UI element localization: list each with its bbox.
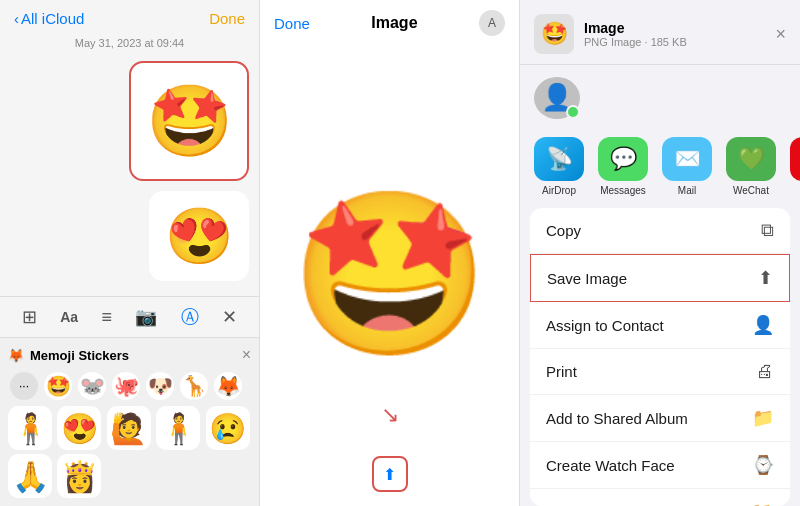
- sticker-item-6[interactable]: 🙏: [8, 454, 52, 498]
- sticker-more-button[interactable]: ···: [10, 372, 38, 400]
- sticker-header: 🦊 Memoji Stickers ×: [8, 346, 251, 364]
- close-toolbar-icon[interactable]: ✕: [222, 306, 237, 328]
- share-filesize: PNG Image · 185 KB: [584, 36, 765, 48]
- share-circle-button[interactable]: A: [479, 10, 505, 36]
- chat-messages-area: 🤩 😍: [0, 53, 259, 296]
- watch-face-action[interactable]: Create Watch Face ⌚: [530, 442, 790, 489]
- shared-album-action[interactable]: Add to Shared Album 📁: [530, 395, 790, 442]
- sticker-item-5[interactable]: 😢: [206, 406, 250, 450]
- messages-app[interactable]: 💬 Messages: [598, 137, 648, 196]
- mail-icon: ✉️: [662, 137, 712, 181]
- airdrop-icon: 📡: [534, 137, 584, 181]
- sticker-panel: 🦊 Memoji Stickers × ··· 🤩 🐭 🐙 🐶 🦒 🦊 🧍 😍 …: [0, 337, 259, 506]
- sticker-emoji-icon: 🦊: [8, 348, 24, 363]
- message-toolbar: ⊞ Aa ≡ 📷 Ⓐ ✕: [0, 296, 259, 337]
- sticker-item-7[interactable]: 👸: [57, 454, 101, 498]
- contact-avatar: 👤: [534, 77, 580, 119]
- sticker-item-4[interactable]: 🧍: [156, 406, 200, 450]
- assign-contact-action[interactable]: Assign to Contact 👤: [530, 302, 790, 349]
- print-icon: 🖨: [756, 361, 774, 382]
- sticker-cat-5[interactable]: 🦒: [180, 372, 208, 400]
- airdrop-symbol: 📡: [546, 146, 573, 172]
- image-done-button[interactable]: Done: [274, 15, 310, 32]
- wechat-label: WeChat: [733, 185, 769, 196]
- circle-a-icon[interactable]: Ⓐ: [181, 305, 199, 329]
- copy-label: Copy: [546, 222, 581, 239]
- file-thumb-icon: 🤩: [541, 21, 568, 47]
- print-label: Print: [546, 363, 577, 380]
- airdrop-app[interactable]: 📡 AirDrop: [534, 137, 584, 196]
- image-viewer-panel: Done Image A 🤩 ↘ ⬆: [260, 0, 520, 506]
- wechat-symbol: 💚: [738, 146, 765, 172]
- save-image-label: Save Image: [547, 270, 627, 287]
- save-files-icon: 📂: [752, 501, 774, 506]
- save-files-action[interactable]: Save to Files 📂: [530, 489, 790, 506]
- copy-icon: ⧉: [761, 220, 774, 241]
- main-memoji-image: 🤩: [290, 194, 490, 354]
- share-close-button[interactable]: ×: [775, 24, 786, 45]
- back-label: All iCloud: [21, 10, 84, 27]
- contact-item[interactable]: 👤: [534, 77, 580, 119]
- shared-album-label: Add to Shared Album: [546, 410, 688, 427]
- image-display-area: 🤩 ↘ ⬆: [260, 42, 519, 506]
- chat-bubble-2[interactable]: 😍: [149, 191, 249, 281]
- app-icons-row: 📡 AirDrop 💬 Messages ✉️ Mail 💚 WeChat N: [520, 131, 800, 208]
- message-timestamp: May 31, 2023 at 09:44: [0, 33, 259, 53]
- airdrop-label: AirDrop: [542, 185, 576, 196]
- done-button[interactable]: Done: [209, 10, 245, 27]
- copy-action[interactable]: Copy ⧉: [530, 208, 790, 254]
- mail-app[interactable]: ✉️ Mail: [662, 137, 712, 196]
- assign-contact-label: Assign to Contact: [546, 317, 664, 334]
- wechat-app[interactable]: 💚 WeChat: [726, 137, 776, 196]
- grid-icon[interactable]: ⊞: [22, 306, 37, 328]
- shared-album-icon: 📁: [752, 407, 774, 429]
- watch-face-icon: ⌚: [752, 454, 774, 476]
- share-sheet-panel: 🤩 Image PNG Image · 185 KB × 👤 📡 AirDrop…: [520, 0, 800, 506]
- print-action[interactable]: Print 🖨: [530, 349, 790, 395]
- assign-contact-icon: 👤: [752, 314, 774, 336]
- wechat-icon: 💚: [726, 137, 776, 181]
- sticker-cat-1[interactable]: 🤩: [44, 372, 72, 400]
- panel1-header: ‹ All iCloud Done: [0, 0, 259, 33]
- save-image-action[interactable]: Save Image ⬆: [530, 254, 790, 302]
- sticker-item-3[interactable]: 🙋: [107, 406, 151, 450]
- share-file-info: Image PNG Image · 185 KB: [584, 20, 765, 48]
- share-icon: ⬆: [383, 465, 396, 484]
- sticker-close-button[interactable]: ×: [242, 346, 251, 364]
- sticker-cat-2[interactable]: 🐭: [78, 372, 106, 400]
- messages-icon: 💬: [598, 137, 648, 181]
- chevron-left-icon: ‹: [14, 10, 19, 27]
- mail-label: Mail: [678, 185, 696, 196]
- file-thumbnail: 🤩: [534, 14, 574, 54]
- mail-symbol: ✉️: [674, 146, 701, 172]
- messages-panel: ‹ All iCloud Done May 31, 2023 at 09:44 …: [0, 0, 260, 506]
- save-image-icon: ⬆: [758, 267, 773, 289]
- text-format-icon[interactable]: Aa: [60, 309, 78, 325]
- netflix-app[interactable]: N Netfl...: [790, 137, 800, 196]
- back-button[interactable]: ‹ All iCloud: [14, 10, 84, 27]
- arrow-indicator: ↘: [381, 404, 399, 426]
- messages-symbol: 💬: [610, 146, 637, 172]
- image-title: Image: [371, 14, 417, 32]
- share-filename: Image: [584, 20, 765, 36]
- sticker-title: 🦊 Memoji Stickers: [8, 348, 129, 363]
- netflix-icon: N: [790, 137, 800, 181]
- sticker-item-2[interactable]: 😍: [57, 406, 101, 450]
- camera-icon[interactable]: 📷: [135, 306, 157, 328]
- share-button[interactable]: ⬆: [372, 456, 408, 492]
- sticker-cat-3[interactable]: 🐙: [112, 372, 140, 400]
- sticker-cat-6[interactable]: 🦊: [214, 372, 242, 400]
- list-icon[interactable]: ≡: [101, 307, 112, 328]
- sticker-item-1[interactable]: 🧍: [8, 406, 52, 450]
- chat-bubble-1[interactable]: 🤩: [129, 61, 249, 181]
- contacts-row: 👤: [520, 65, 800, 131]
- sticker-cat-4[interactable]: 🐶: [146, 372, 174, 400]
- messages-label: Messages: [600, 185, 646, 196]
- sticker-grid: 🧍 😍 🙋 🧍 😢 🙏 👸: [8, 406, 251, 498]
- panel2-header: Done Image A: [260, 0, 519, 42]
- contact-online-badge: [566, 105, 580, 119]
- actions-list: Copy ⧉ Save Image ⬆ Assign to Contact 👤 …: [530, 208, 790, 506]
- watch-face-label: Create Watch Face: [546, 457, 675, 474]
- memoji-thumb-2: 😍: [165, 204, 234, 269]
- memoji-thumb-1: 🤩: [131, 63, 247, 179]
